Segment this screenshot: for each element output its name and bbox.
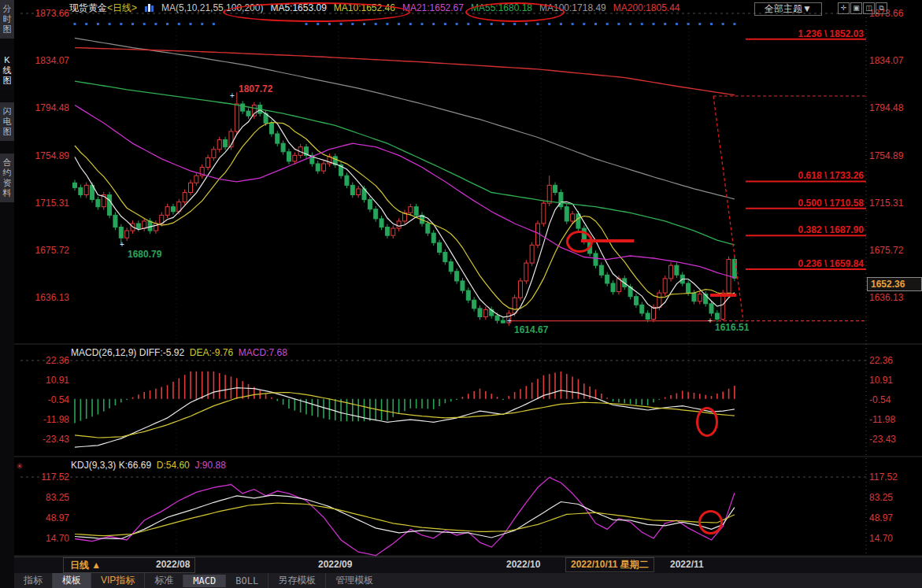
time-tick-oct: 2022/10 (506, 559, 540, 570)
macd-dea-value: DEA:-9.76 (190, 347, 233, 358)
annotation-circle-macd-cross (696, 407, 718, 437)
swing-low-label: 1680.79 (128, 249, 161, 260)
high-cross-marker: + (230, 91, 235, 100)
fib-level-0618: 0.618 \ 1733.26 (798, 170, 864, 181)
kline-icon[interactable] (144, 3, 154, 13)
annotation-ellipse-ma-values (223, 2, 410, 22)
time-tick-nov: 2022/11 (670, 559, 704, 570)
macd-panel-title: MACD(26,12,9) DIFF:-5.92 DEA:-9.76 MACD:… (71, 347, 287, 358)
kline-chart-canvas[interactable] (0, 0, 922, 588)
fib-level-0382: 0.382 \ 1687.90 (798, 224, 864, 235)
axis-label: 14.70 (46, 533, 69, 544)
fib-level-1236: 1.236 \ 1852.03 (798, 28, 864, 39)
ma21-value: MA21:1652.67 (402, 2, 464, 13)
time-axis: 日线 ▲ 2022/08 2022/09 2022/10 2022/10/11 … (14, 557, 922, 573)
support-right-cross: + (708, 316, 713, 325)
current-price-tag: 1652.36 (867, 277, 922, 291)
time-tick-aug: 2022/08 (156, 559, 190, 570)
axis-label: 83.25 (46, 492, 69, 503)
tab-standard[interactable]: 标准 (144, 573, 183, 588)
all-themes-button[interactable]: 全部主题▼ (754, 2, 822, 16)
macd-diff-value: DIFF:-5.92 (139, 347, 184, 358)
kdj-panel-title: KDJ(9,3,3) K:66.69 D:54.60 J:90.88 (71, 460, 226, 471)
time-tick-selected-date[interactable]: 2022/10/11 星期二 (565, 557, 654, 572)
axis-label: 14.70 (869, 533, 893, 544)
tab-save-template[interactable]: 另存模板 (268, 573, 325, 588)
kdj-k-value: K:66.69 (119, 460, 151, 471)
kdj-d-value: D:54.60 (157, 460, 190, 471)
grid-pane-icon[interactable]: ▣ (850, 2, 862, 14)
annotation-line-resistance (581, 239, 634, 242)
axis-label: 117.52 (869, 472, 898, 483)
trading-terminal: 分时图 K线图 闪电图 合约资料 现货黄金<日线> MA(5,10,21,55,… (0, 0, 922, 588)
support-left-label: 1614.67 (514, 324, 548, 335)
kdj-axis-left: 117.5283.2548.9714.70 (16, 0, 69, 559)
annotation-line-price-mark (710, 294, 736, 297)
tab-vip-indicators[interactable]: VIP指标 (91, 573, 144, 588)
support-left-cross: + (507, 316, 512, 325)
tab-indicators[interactable]: 指标 (14, 573, 52, 588)
indicator-settings-icon[interactable]: ✳ (16, 461, 23, 472)
kdj-params: KDJ(9,3,3) (71, 460, 116, 471)
split-pane-icon[interactable]: ◫ (863, 2, 875, 14)
kdj-j-value: J:90.88 (194, 460, 225, 471)
axis-label: 48.97 (46, 512, 69, 523)
macd-macd-value: MACD:7.68 (239, 347, 287, 358)
support-right-label: 1616.51 (715, 322, 749, 333)
axis-label: 48.97 (869, 512, 893, 523)
popout-icon[interactable]: ⧉ (876, 2, 887, 14)
fib-level-0236: 0.236 \ 1659.84 (798, 258, 864, 269)
time-tick-sep: 2022/09 (318, 559, 352, 570)
macd-params: MACD(26,12,9) (71, 347, 136, 358)
symbol-name: 现货黄金<日线> (69, 2, 137, 15)
fib-level-0500: 0.500 \ 1710.58 (798, 198, 864, 209)
annotation-ellipse-ma55 (465, 2, 565, 22)
axis-label: 117.52 (41, 472, 69, 483)
indicator-tab-bar: 指标 模板 VIP指标 标准 MACD BOLL 另存模板 管理模板 (14, 573, 922, 588)
axis-label: 83.25 (869, 492, 893, 503)
low-cross-marker: + (120, 240, 124, 249)
swing-high-label: 1807.72 (239, 83, 272, 94)
ma200-value: MA200:1805.44 (613, 2, 680, 13)
annotation-circle-kdj-cross (698, 510, 723, 534)
tab-templates[interactable]: 模板 (52, 573, 91, 588)
tab-manage-templates[interactable]: 管理模板 (325, 573, 383, 588)
crosshair-icon[interactable]: ✛ (838, 2, 850, 14)
tab-macd[interactable]: MACD (183, 575, 225, 587)
tab-boll[interactable]: BOLL (225, 575, 268, 587)
